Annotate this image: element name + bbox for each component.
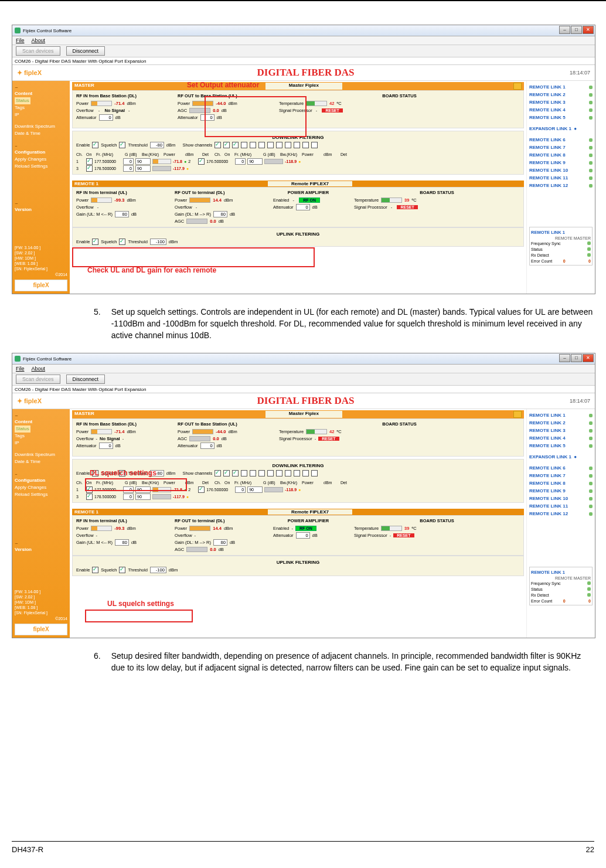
ver-hw: [HW: 1DM ]: [15, 256, 47, 261]
app-title: DIGITAL FIBER DAS: [257, 67, 355, 79]
menubar: File About: [12, 36, 595, 45]
sidebar-version: Version: [15, 206, 67, 213]
window-title: Fiplex Control Software: [23, 28, 72, 33]
squelch-checkbox[interactable]: [119, 142, 125, 148]
sidebar-config[interactable]: Configuration: [15, 149, 67, 156]
step-5-text: Set up squelch settings. Controls are in…: [111, 306, 594, 341]
expansor-link[interactable]: EXPANSOR LINK 1 ●: [529, 126, 593, 131]
sidebar-tags[interactable]: Tags: [15, 104, 67, 111]
annot-dl-squelch: DL squelch settings: [90, 469, 156, 477]
main-panel: Set Output attenuator MASTER Master Fipl…: [70, 81, 526, 294]
save-icon[interactable]: [513, 83, 522, 90]
ver-sn: [SN: FiplexSerial ]: [15, 266, 47, 271]
app-icon: [15, 28, 21, 33]
window-titlebar: Fiplex Control Software – □ ✕: [12, 25, 595, 36]
ver-sw: [SW: 2.02 ]: [15, 250, 47, 256]
right-panel: REMOTE LINK 1 REMOTE LINK 2 REMOTE LINK …: [526, 81, 595, 294]
rf-on-button[interactable]: RF ON: [299, 198, 320, 203]
page-number: 22: [586, 845, 594, 854]
redbox-output-attenuator: [205, 96, 307, 137]
remote-link[interactable]: REMOTE LINK 1: [529, 83, 593, 91]
reset-button[interactable]: RESET: [322, 108, 342, 113]
copyright: ©2014: [55, 271, 67, 278]
sidebar-spectrum[interactable]: Downlink Spectrum: [15, 123, 67, 130]
maximize-button[interactable]: □: [571, 26, 582, 34]
menu-file[interactable]: File: [16, 38, 25, 43]
toolbar: Scan devices Disconnect: [12, 45, 595, 57]
step-5: 5. Set up squelch settings. Controls are…: [94, 306, 594, 341]
redbox-gain-check: [72, 247, 315, 267]
screenshot-2: Fiplex Control Software – □ ✕ FileAbout …: [12, 353, 595, 638]
app-header: ✦ fipleX DIGITAL FIBER DAS 18:14:07: [12, 65, 595, 81]
remote-master-box: REMOTE LINK 1 REMOTE MASTER Frequency Sy…: [529, 227, 593, 265]
sidebar-apply[interactable]: Apply Changes: [15, 156, 67, 163]
sidebar-status[interactable]: Status: [15, 97, 30, 104]
close-button[interactable]: ✕: [583, 26, 594, 34]
disconnect-button[interactable]: Disconnect: [66, 46, 105, 56]
threshold-input[interactable]: -80: [150, 142, 164, 148]
minimize-button[interactable]: –: [559, 26, 570, 34]
annot-set-output: Set Output attenuator: [187, 81, 259, 89]
sidebar-ip[interactable]: IP: [15, 111, 67, 118]
scan-devices-button[interactable]: Scan devices: [16, 46, 60, 56]
sidebar: .................. Content Status Tags I…: [12, 81, 70, 294]
ver-web: [WEB: 1.08 ]: [15, 261, 47, 266]
annot-ul-squelch: UL squelch settings: [107, 600, 174, 608]
ver-fw: [FW: 3.14-00 ]: [15, 245, 47, 250]
doc-id: DH437-R: [12, 845, 43, 854]
rf-in-title: RF IN from Base Station (DL): [76, 93, 167, 98]
redbox-dl-squelch: [85, 478, 187, 491]
fiplex-logo: ✦ fipleX: [17, 69, 42, 77]
com-port-line: COM26 - Digital Fiber DAS Master With Op…: [12, 57, 595, 65]
annot-check-gain: Check UL and DL gain for each remote: [87, 266, 216, 274]
redbox-ul-squelch: [85, 610, 193, 622]
page-footer: DH437-R 22: [12, 841, 594, 854]
remote-bar: REMOTE 1 Remote FIPLEX7: [72, 181, 524, 187]
menu-about[interactable]: About: [32, 38, 46, 43]
sidebar-datetime[interactable]: Date & Time: [15, 130, 67, 137]
enable-checkbox[interactable]: [92, 142, 98, 148]
screenshot-1: Fiplex Control Software – □ ✕ File About…: [12, 25, 595, 294]
step-6-text: Setup desired filter bandwidth, dependin…: [111, 650, 594, 673]
board-status-title: BOARD STATUS: [279, 93, 520, 98]
sidebar-content[interactable]: Content: [15, 90, 67, 97]
fiplex-logo-footer: fipleX: [15, 280, 67, 291]
att-input[interactable]: 0: [99, 114, 113, 121]
step-6: 6. Setup desired filter bandwidth, depen…: [94, 650, 594, 673]
bw-select[interactable]: 90: [135, 158, 151, 165]
status-dot-icon: [589, 86, 593, 89]
clock: 18:14:07: [570, 70, 590, 76]
sidebar-reload[interactable]: Reload Settings: [15, 163, 67, 170]
master-bar: MASTER Master Fiplex: [72, 82, 524, 90]
